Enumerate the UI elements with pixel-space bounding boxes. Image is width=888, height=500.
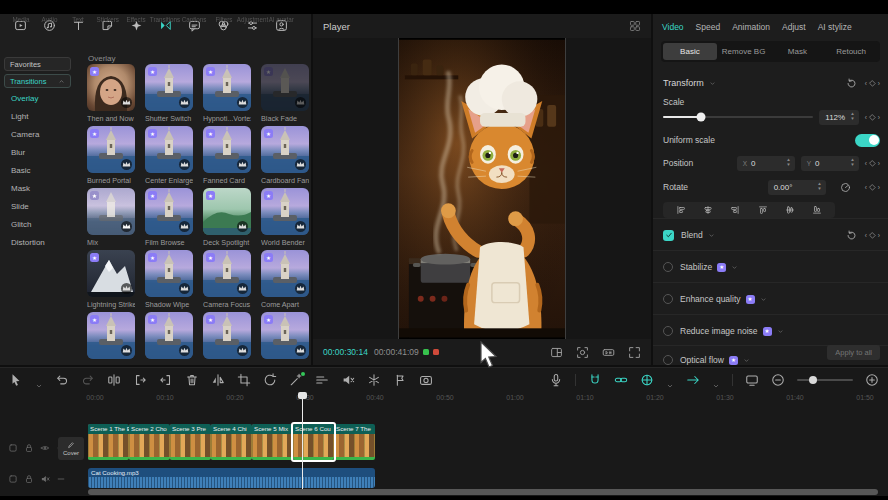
cover-button[interactable]: Cover — [58, 437, 84, 460]
lock-icon[interactable] — [24, 474, 34, 484]
transition-item[interactable]: ★Fanned Card — [203, 126, 251, 185]
ribbon-item-transitions[interactable]: Transitions — [151, 19, 180, 50]
zoom-in-icon[interactable] — [865, 373, 879, 387]
mirror-icon[interactable] — [211, 373, 225, 387]
preview-quality-icon[interactable] — [602, 346, 615, 359]
timeline-clip[interactable]: Scene 5 Mix — [252, 424, 293, 460]
blend-checkbox[interactable] — [663, 230, 674, 241]
transition-item[interactable]: ★Shutter Switch — [145, 64, 193, 123]
reset-icon[interactable] — [846, 78, 857, 89]
chevron-down-icon[interactable] — [743, 357, 750, 364]
timeline-clip[interactable]: Scene 2 Cho — [129, 424, 170, 460]
transition-item[interactable]: ★Lightning Strike — [87, 250, 135, 309]
tab-video[interactable]: Video — [662, 22, 684, 32]
sidebar-item-blur[interactable]: Blur — [11, 148, 25, 157]
eye-icon[interactable] — [40, 443, 50, 453]
subtab-basic[interactable]: Basic — [663, 43, 717, 60]
chevron-down-icon[interactable] — [760, 296, 767, 303]
sidebar-item-slide[interactable]: Slide — [11, 202, 29, 211]
split-icon[interactable] — [107, 373, 121, 387]
framebox-icon[interactable] — [8, 443, 18, 453]
zoom-out-icon[interactable] — [771, 373, 785, 387]
scale-value-box[interactable]: 112% ▲▼ — [819, 110, 858, 125]
beat-icon[interactable] — [393, 373, 407, 387]
framebox-icon[interactable] — [8, 474, 18, 484]
ribbon-item-text[interactable]: Text — [64, 19, 93, 50]
position-y-stepper[interactable]: ▲▼ — [850, 158, 854, 167]
position-x-box[interactable]: X 0 ▲▼ — [737, 156, 795, 171]
tab-ai-stylize[interactable]: AI stylize — [818, 22, 852, 32]
timeline-clip[interactable]: Scene 1 The E — [88, 424, 129, 460]
undo-icon[interactable] — [55, 373, 69, 387]
ribbon-item-audio[interactable]: Audio — [35, 19, 64, 50]
timeline-clip[interactable]: Scene 7 The — [334, 424, 375, 460]
transition-item[interactable]: ★Shadow Wipe — [145, 250, 193, 309]
keyframe-control[interactable]: ‹› — [865, 231, 880, 240]
uniform-scale-toggle[interactable] — [855, 134, 880, 147]
ratio-icon[interactable] — [550, 346, 563, 359]
reset-icon[interactable] — [846, 230, 857, 241]
crop-icon[interactable] — [237, 373, 251, 387]
lock-icon[interactable] — [24, 443, 34, 453]
ribbon-item-stickers[interactable]: Stickers — [93, 19, 122, 50]
subtab-mask[interactable]: Mask — [771, 43, 825, 60]
caret-down-icon[interactable] — [712, 376, 720, 384]
transition-item[interactable]: ★ — [261, 312, 309, 359]
ribbon-item-media[interactable]: Media — [6, 19, 35, 50]
transition-item[interactable]: ★Burned Portal — [87, 126, 135, 185]
position-y-box[interactable]: Y 0 ▲▼ — [801, 156, 859, 171]
mute-icon[interactable] — [341, 373, 355, 387]
align-l-icon[interactable] — [676, 205, 686, 215]
sidebar-item-camera[interactable]: Camera — [11, 130, 39, 139]
fullscreen-icon[interactable] — [628, 346, 641, 359]
ribbon-item-filters[interactable]: Filters — [209, 19, 238, 50]
transition-item[interactable]: ★ — [145, 312, 193, 359]
timeline-zoom-slider[interactable] — [797, 379, 853, 381]
subtab-remove-bg[interactable]: Remove BG — [717, 43, 771, 60]
rotate-dial-icon[interactable] — [840, 182, 851, 193]
magnet-icon[interactable] — [588, 373, 602, 387]
chevron-down-icon[interactable] — [777, 328, 784, 335]
transition-item[interactable]: ★Camera Focus — [203, 250, 251, 309]
transition-item[interactable]: ★Cardboard Fan — [261, 126, 309, 185]
tab-animation[interactable]: Animation — [732, 22, 770, 32]
ribbon-item-ai-avatar[interactable]: AI avatar — [267, 19, 296, 50]
timeline-ruler[interactable]: 00:0000:1000:2000:3000:4000:5001:0001:10… — [0, 392, 888, 406]
transition-item[interactable]: ★World Bender — [261, 188, 309, 247]
transition-item[interactable]: ★ — [203, 312, 251, 359]
delete-icon[interactable] — [185, 373, 199, 387]
chevron-down-icon[interactable] — [731, 264, 738, 271]
timeline-clip[interactable]: Scene 3 Pre — [170, 424, 211, 460]
rotate-stepper[interactable]: ▲▼ — [817, 182, 821, 191]
caret-down-icon[interactable] — [666, 376, 674, 384]
align-t-icon[interactable] — [758, 205, 768, 215]
sidebar-item-distortion[interactable]: Distortion — [11, 238, 45, 247]
camera-icon[interactable] — [419, 373, 433, 387]
transition-item[interactable]: ★Hypnoti...Vortex — [203, 64, 251, 123]
optical-flow-checkbox[interactable] — [663, 355, 673, 365]
ripple-icon[interactable] — [686, 373, 700, 387]
enhance-quality-checkbox[interactable] — [663, 294, 673, 304]
align-c-icon[interactable] — [703, 205, 713, 215]
transition-item[interactable]: ★Deck Spotlight — [203, 188, 251, 247]
trim-left-icon[interactable] — [133, 373, 147, 387]
preview-icon[interactable] — [640, 373, 654, 387]
sidebar-item-basic[interactable]: Basic — [11, 166, 31, 175]
align-m-icon[interactable] — [785, 205, 795, 215]
rotate-icon[interactable] — [263, 373, 277, 387]
rotate-keyframe[interactable]: ‹› — [865, 183, 880, 192]
align-b-icon[interactable] — [812, 205, 822, 215]
audio-clip[interactable]: Cat Cooking.mp3 — [88, 468, 375, 488]
timeline-horizontal-scrollbar[interactable] — [88, 489, 878, 495]
sidebar-favorites-button[interactable]: Favorites — [4, 57, 71, 71]
transition-item[interactable]: ★Black Fade — [261, 64, 309, 123]
sidebar-item-mask[interactable]: Mask — [11, 184, 30, 193]
align-r-icon[interactable] — [730, 205, 740, 215]
trim-right-icon[interactable] — [159, 373, 173, 387]
sidebar-item-light[interactable]: Light — [11, 112, 28, 121]
freeze-icon[interactable] — [367, 373, 381, 387]
subtab-retouch[interactable]: Retouch — [824, 43, 878, 60]
transition-item[interactable]: ★Then and Now — [87, 64, 135, 123]
transform-keyframe[interactable]: ‹› — [865, 79, 880, 88]
transition-item[interactable]: ★Come Apart — [261, 250, 309, 309]
